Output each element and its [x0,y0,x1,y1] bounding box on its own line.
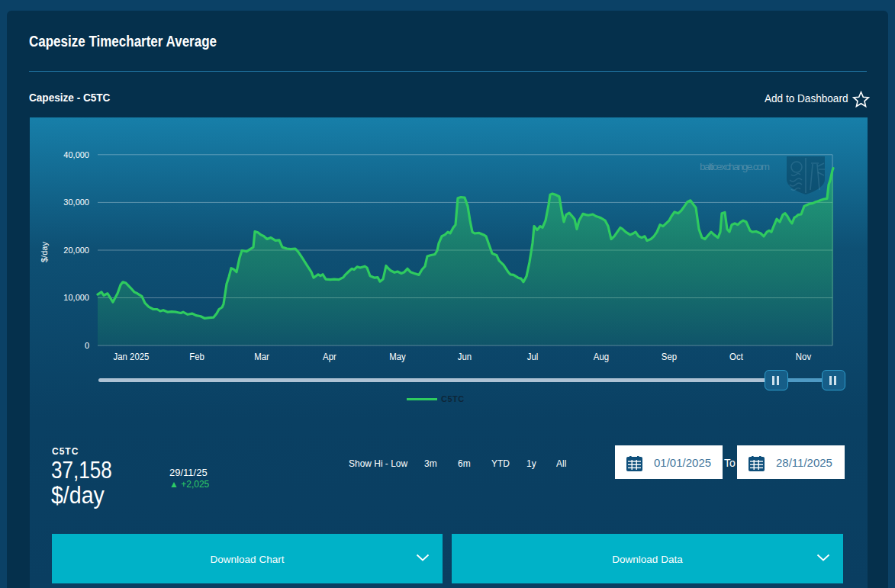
svg-text:balticexchange.com: balticexchange.com [700,161,770,172]
